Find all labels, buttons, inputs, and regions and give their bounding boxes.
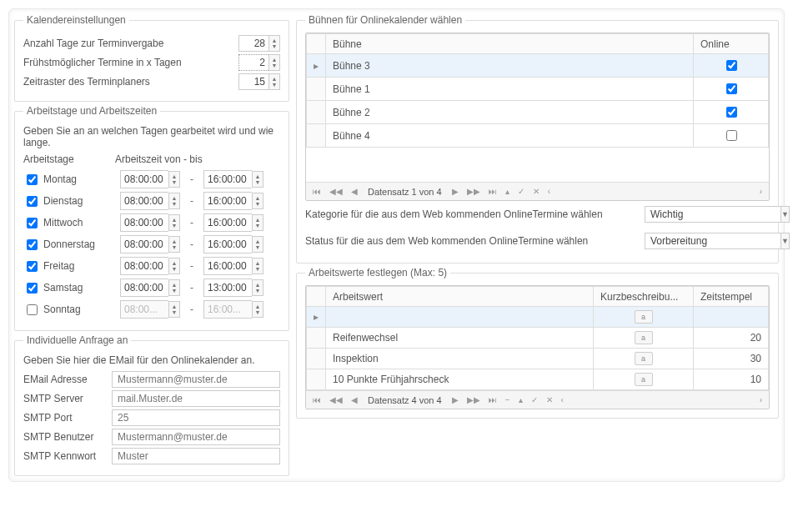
- table-row[interactable]: ▸a: [307, 307, 769, 328]
- time-to-input[interactable]: [203, 257, 252, 275]
- nav-first-icon[interactable]: ⏮: [311, 187, 323, 196]
- arbeitswerte-navigator[interactable]: ⏮ ◀◀ ◀ Datensatz 4 von 4 ▶ ▶▶ ⏭ − ▴ ✓ ✕ …: [306, 390, 769, 409]
- kurz-button-icon[interactable]: a: [635, 310, 653, 324]
- time-from-input[interactable]: [120, 235, 168, 253]
- online-checkbox[interactable]: [726, 130, 737, 141]
- time-from-input[interactable]: [120, 257, 168, 275]
- kurz-cell[interactable]: a: [594, 307, 694, 328]
- time-from-input[interactable]: [120, 279, 168, 297]
- col-zeit-header[interactable]: Zeitstempel: [694, 287, 769, 307]
- day-checkbox[interactable]: Freitag: [23, 258, 115, 274]
- dropdown-icon[interactable]: ▼: [780, 233, 790, 249]
- kurz-button-icon[interactable]: a: [635, 352, 653, 365]
- col-kurz-header[interactable]: Kurzbeschreibu...: [594, 287, 694, 307]
- kurz-cell[interactable]: a: [594, 328, 694, 349]
- arbeitswerte-grid[interactable]: Arbeitswert Kurzbeschreibu... Zeitstempe…: [305, 285, 770, 409]
- zeitstempel-cell[interactable]: 30: [694, 349, 769, 369]
- nav-prevpage-icon[interactable]: ◀◀: [328, 187, 344, 196]
- nav-last-icon[interactable]: ⏭: [487, 395, 499, 404]
- time-to[interactable]: ▲▼: [203, 192, 263, 210]
- table-row[interactable]: Reifenwechsela20: [307, 328, 769, 349]
- days-input[interactable]: [238, 35, 269, 52]
- nav-next-icon[interactable]: ▶: [450, 395, 460, 404]
- earliest-input[interactable]: [238, 54, 269, 71]
- nav-first-icon[interactable]: ⏮: [311, 395, 323, 404]
- day-checkbox-input[interactable]: [27, 174, 38, 185]
- status-combo[interactable]: ▼: [645, 233, 770, 249]
- day-checkbox[interactable]: Sonntag: [23, 302, 115, 318]
- stage-name-cell[interactable]: Bühne 1: [326, 78, 694, 101]
- time-from-input[interactable]: [120, 213, 168, 232]
- stage-online-cell[interactable]: [694, 78, 769, 101]
- nav-check-icon[interactable]: ✓: [530, 395, 540, 404]
- nav-expand-icon[interactable]: ▴: [504, 187, 511, 196]
- day-checkbox[interactable]: Dienstag: [23, 193, 115, 209]
- day-checkbox-input[interactable]: [27, 261, 38, 272]
- nav-prev-icon[interactable]: ◀: [349, 187, 359, 196]
- nav-scroll-right-icon[interactable]: ›: [758, 395, 764, 404]
- arbeitswert-name-cell[interactable]: [326, 307, 594, 328]
- spinner-arrows-icon[interactable]: ▲▼: [168, 236, 180, 253]
- day-checkbox[interactable]: Donnerstag: [23, 237, 115, 253]
- nav-cancel-icon[interactable]: ✕: [531, 187, 541, 196]
- kurz-button-icon[interactable]: a: [635, 373, 653, 386]
- time-to[interactable]: ▲▼: [203, 235, 263, 253]
- stages-navigator[interactable]: ⏮ ◀◀ ◀ Datensatz 1 von 4 ▶ ▶▶ ⏭ ▴ ✓ ✕ ‹ …: [306, 182, 769, 200]
- time-to-input[interactable]: [203, 213, 252, 232]
- table-row[interactable]: Bühne 4: [307, 124, 769, 148]
- raster-spinner[interactable]: ▲▼: [238, 73, 280, 90]
- kurz-cell[interactable]: a: [594, 349, 694, 369]
- time-to[interactable]: ▲▼: [203, 257, 263, 275]
- nav-last-icon[interactable]: ⏭: [487, 187, 499, 196]
- spinner-arrows-icon[interactable]: ▲▼: [252, 171, 263, 188]
- time-from[interactable]: ▲▼: [120, 170, 180, 188]
- online-checkbox[interactable]: [726, 107, 737, 118]
- stage-name-cell[interactable]: Bühne 2: [326, 101, 694, 124]
- spinner-arrows-icon[interactable]: ▲▼: [168, 279, 180, 296]
- col-name-header[interactable]: Arbeitswert: [326, 287, 594, 307]
- zeitstempel-cell[interactable]: [694, 307, 769, 328]
- day-checkbox-input[interactable]: [27, 304, 38, 315]
- spinner-arrows-icon[interactable]: ▲▼: [168, 214, 180, 231]
- time-to[interactable]: ▲▼: [203, 213, 263, 232]
- nav-prev-icon[interactable]: ◀: [349, 395, 359, 404]
- time-to[interactable]: ▲▼: [203, 170, 263, 188]
- table-row[interactable]: ▸Bühne 3: [307, 54, 769, 78]
- time-to-input[interactable]: [203, 170, 252, 188]
- time-from[interactable]: ▲▼: [120, 235, 180, 253]
- spinner-arrows-icon[interactable]: ▲▼: [252, 193, 263, 209]
- online-checkbox[interactable]: [726, 60, 737, 71]
- online-checkbox[interactable]: [726, 83, 737, 94]
- arbeitswert-name-cell[interactable]: 10 Punkte Frühjahrscheck: [326, 369, 594, 390]
- inquiry-input[interactable]: [112, 390, 280, 407]
- day-checkbox[interactable]: Mittwoch: [23, 215, 115, 231]
- zeitstempel-cell[interactable]: 20: [694, 328, 769, 349]
- nav-scroll-right-icon[interactable]: ›: [758, 187, 764, 196]
- stage-name-cell[interactable]: Bühne 3: [326, 54, 694, 78]
- time-to[interactable]: ▲▼: [203, 279, 263, 297]
- stage-online-cell[interactable]: [694, 124, 769, 148]
- earliest-spinner[interactable]: ▲▼: [238, 54, 280, 71]
- nav-next-icon[interactable]: ▶: [450, 187, 460, 196]
- nav-check-icon[interactable]: ✓: [516, 187, 526, 196]
- nav-prevpage-icon[interactable]: ◀◀: [328, 395, 344, 404]
- dropdown-icon[interactable]: ▼: [780, 206, 790, 223]
- table-row[interactable]: Inspektiona30: [307, 349, 769, 369]
- table-row[interactable]: 10 Punkte Frühjahrschecka10: [307, 369, 769, 390]
- days-spinner[interactable]: ▲▼: [238, 35, 280, 52]
- inquiry-input[interactable]: [112, 371, 280, 388]
- spinner-arrows-icon[interactable]: ▲▼: [252, 214, 263, 231]
- category-input[interactable]: [645, 206, 780, 223]
- nav-more-icon[interactable]: ‹: [546, 187, 552, 196]
- nav-minus-icon[interactable]: −: [504, 395, 512, 404]
- kurz-cell[interactable]: a: [594, 369, 694, 390]
- spinner-arrows-icon[interactable]: ▲▼: [168, 258, 180, 274]
- stage-online-cell[interactable]: [694, 54, 769, 78]
- time-from[interactable]: ▲▼: [120, 213, 180, 232]
- spinner-arrows-icon[interactable]: ▲▼: [168, 193, 180, 209]
- kurz-button-icon[interactable]: a: [635, 331, 653, 344]
- day-checkbox[interactable]: Montag: [23, 172, 115, 188]
- spinner-arrows-icon[interactable]: ▲▼: [168, 171, 180, 188]
- stage-name-cell[interactable]: Bühne 4: [326, 124, 694, 148]
- table-row[interactable]: Bühne 1: [307, 78, 769, 101]
